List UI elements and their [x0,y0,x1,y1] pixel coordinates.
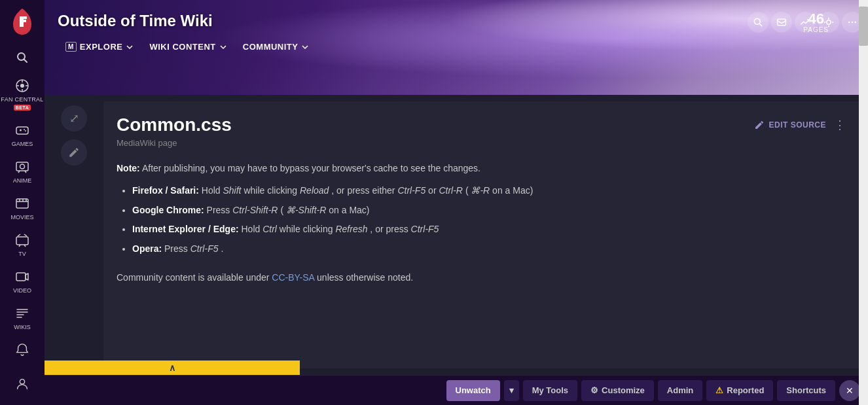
sidebar-item-fan-central[interactable]: FAN CENTRAL BETA [0,71,45,116]
svg-rect-22 [16,237,28,245]
tv-label: TV [18,251,26,257]
page-title-row: Common.css EDIT SOURCE ⋮ [117,114,848,135]
fan-central-icon [13,77,31,95]
svg-line-25 [24,234,27,236]
video-label: VIDEO [13,287,31,294]
my-tools-dropdown-button[interactable]: ▾ [504,380,519,401]
svg-point-14 [20,164,25,169]
customize-icon: ⚙ [590,385,598,395]
svg-rect-27 [16,273,26,281]
hero-content: Outside of Time Wiki M EXPLORE WIKI CONT… [45,0,868,56]
nav-community[interactable]: COMMUNITY [235,38,317,56]
sidebar-item-anime[interactable]: ANIME [0,152,45,189]
page-area: ⤢ Common.css EDIT SOURCE ⋮ [45,95,868,375]
reported-button[interactable]: ⚠ Reported [706,380,773,401]
unwatch-button[interactable]: Unwatch [446,380,500,401]
nav-community-label: COMMUNITY [243,42,298,52]
shortcuts-button[interactable]: Shortcuts [777,380,835,401]
svg-point-28 [20,379,24,384]
note-prefix: Note: [117,163,140,173]
yellow-bar-arrow: ∧ [169,362,175,373]
reported-label: Reported [727,385,764,395]
games-icon [13,121,31,139]
page-title: Common.css [117,114,232,135]
anime-label: ANIME [13,177,32,184]
video-icon [13,268,31,286]
page-sidebar-left: ⤢ [45,95,103,375]
games-label: GAMES [12,141,33,147]
title-actions: EDIT SOURCE ⋮ [754,115,848,135]
admin-button[interactable]: Admin [658,380,702,401]
sidebar-item-wikis[interactable]: WIKIS [0,299,45,336]
license-suffix: unless otherwise noted. [317,272,413,283]
cc-by-sa-link[interactable]: CC-BY-SA [272,272,314,283]
page-more-options-button[interactable]: ⋮ [831,115,848,135]
explore-icon: M [65,42,77,52]
nav-wiki-content[interactable]: WIKI CONTENT [141,38,234,56]
list-item-opera: Opera: Press Ctrl-F5 . [132,241,848,257]
svg-point-11 [24,129,25,130]
expand-button[interactable]: ⤢ [61,105,87,132]
hero-nav: M EXPLORE WIKI CONTENT COMMUNITY [58,38,855,56]
my-tools-button[interactable]: My Tools [523,380,577,401]
page-content: Common.css EDIT SOURCE ⋮ MediaWiki page … [103,101,861,368]
edit-source-button[interactable]: EDIT SOURCE [754,120,826,130]
shortcuts-label: Shortcuts [786,385,826,395]
warning-icon: ⚠ [715,385,723,395]
tv-icon [13,231,31,249]
page-body: Note: After publishing, you may have to … [117,161,848,286]
page-subtitle: MediaWiki page [117,138,848,148]
list-item-chrome: Google Chrome: Press Ctrl-Shift-R ( ⌘-Sh… [132,203,848,219]
nav-explore[interactable]: M EXPLORE [58,38,141,56]
svg-point-12 [25,130,26,132]
wiki-title: Outside of Time Wiki [58,12,855,30]
wikis-label: WIKIS [14,324,31,330]
list-item-ie: Internet Explorer / Edge: Hold Ctrl whil… [132,222,848,238]
note-text: After publishing, you may have to bypass… [142,163,480,173]
beta-badge: BETA [14,105,31,111]
note-paragraph: Note: After publishing, you may have to … [117,161,848,177]
fandom-logo[interactable] [0,0,45,43]
svg-rect-8 [16,127,28,134]
sidebar-item-games[interactable]: GAMES [0,116,45,152]
license-paragraph: Community content is available under CC-… [117,270,848,286]
movies-icon [13,194,31,213]
anime-icon [13,158,31,176]
my-tools-dropdown-icon: ▾ [509,385,514,395]
notifications-button[interactable] [0,336,45,364]
svg-line-26 [18,234,20,236]
svg-line-1 [24,59,27,62]
close-icon: ✕ [846,385,854,396]
edit-pencil-button[interactable] [61,139,87,166]
svg-point-3 [20,84,24,88]
edit-source-label: EDIT SOURCE [769,120,826,130]
svg-rect-13 [16,162,28,171]
sidebar: FAN CENTRAL BETA GAMES ANIME [0,0,45,405]
unwatch-label: Unwatch [456,385,491,395]
nav-wiki-content-label: WIKI CONTENT [149,42,215,52]
sidebar-bottom [0,336,45,405]
movies-label: MOVIES [10,214,33,220]
close-footer-button[interactable]: ✕ [839,380,860,401]
sidebar-item-video[interactable]: VIDEO [0,262,45,299]
footer-bar: Unwatch ▾ My Tools ⚙ Customize Admin ⚠ R… [45,375,868,405]
wikis-icon [13,304,31,323]
instructions-list: Firefox / Safari: Hold Shift while click… [132,183,848,257]
hero-banner: Outside of Time Wiki M EXPLORE WIKI CONT… [45,0,868,95]
sidebar-item-tv[interactable]: TV [0,226,45,262]
scrollbar[interactable] [859,0,868,405]
yellow-bar[interactable]: ∧ [45,361,300,375]
list-item-firefox: Firefox / Safari: Hold Shift while click… [132,183,848,199]
main-content: Outside of Time Wiki M EXPLORE WIKI CONT… [45,0,868,405]
search-sidebar-button[interactable] [0,43,45,71]
customize-button[interactable]: ⚙ Customize [581,380,654,401]
sidebar-item-movies[interactable]: MOVIES [0,189,45,226]
profile-button[interactable] [0,370,45,398]
fan-central-label: FAN CENTRAL [1,96,43,103]
my-tools-label: My Tools [532,385,568,395]
license-prefix: Community content is available under [117,272,272,283]
customize-label: Customize [602,385,645,395]
nav-explore-label: EXPLORE [80,42,123,52]
admin-label: Admin [667,385,693,395]
